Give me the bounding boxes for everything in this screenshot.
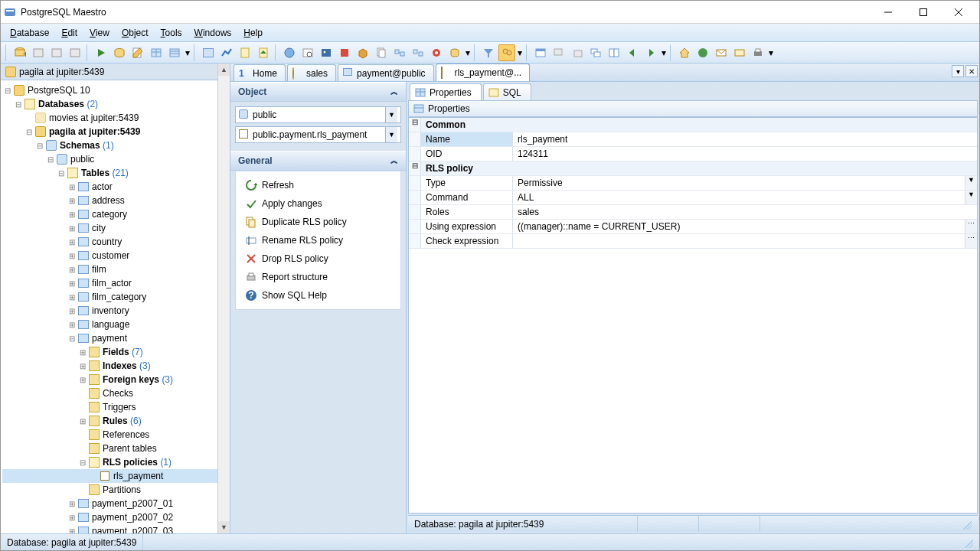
object-section-header[interactable]: Object ︽ — [230, 82, 406, 102]
tree-table[interactable]: film_actor — [92, 278, 132, 289]
menu-edit[interactable]: Edit — [55, 26, 83, 40]
toolbar-overflow-3[interactable]: ▾ — [517, 47, 523, 58]
tree-schemas[interactable]: Schemas — [60, 140, 100, 151]
toolbar-overflow-4[interactable]: ▾ — [661, 47, 667, 58]
tree-table[interactable]: payment_p2007_02 — [92, 512, 173, 523]
menu-database[interactable]: Database — [4, 26, 55, 40]
tree-table[interactable]: actor — [92, 181, 113, 192]
ellipsis-button[interactable]: ⋯ — [965, 220, 977, 233]
tree-parent[interactable]: Parent tables — [103, 443, 157, 454]
tool-mail2[interactable] — [731, 44, 748, 61]
tool-copy[interactable] — [373, 44, 390, 61]
toolbar-overflow-5[interactable]: ▾ — [768, 47, 774, 58]
tree-table[interactable]: payment_p2007_03 — [92, 526, 173, 533]
action-drop[interactable]: Drop RLS policy — [240, 249, 396, 268]
tree-table-payment[interactable]: payment — [92, 333, 127, 344]
tree-indexes[interactable]: Indexes — [103, 360, 137, 371]
tool-filter[interactable] — [480, 44, 497, 61]
tree-db-movies[interactable]: movies at jupiter:5439 — [49, 112, 139, 123]
tree-table[interactable]: customer — [92, 250, 129, 261]
action-apply[interactable]: Apply changes — [240, 194, 396, 213]
tool-world[interactable] — [694, 44, 711, 61]
tree-fkeys[interactable]: Foreign keys — [103, 374, 159, 385]
tree-table[interactable]: city — [92, 223, 106, 233]
tool-box[interactable] — [354, 44, 371, 61]
maximize-button[interactable] — [906, 2, 941, 23]
toolbar-overflow-1[interactable]: ▾ — [185, 47, 191, 58]
tool-gear[interactable] — [428, 44, 445, 61]
tool-win3[interactable] — [569, 44, 586, 61]
menu-tools[interactable]: Tools — [155, 26, 188, 40]
tool-chart[interactable] — [218, 44, 235, 61]
tab-dropdown-button[interactable]: ▾ — [952, 65, 964, 77]
tool-edit[interactable] — [129, 44, 146, 61]
dropdown-button[interactable]: ▼ — [965, 191, 977, 204]
tool-back[interactable] — [624, 44, 641, 61]
tree-triggers[interactable]: Triggers — [103, 402, 136, 412]
subtab-properties[interactable]: Properties — [410, 83, 482, 100]
tool-export[interactable] — [255, 44, 272, 61]
tree-rules[interactable]: Rules — [103, 416, 128, 426]
tool-note[interactable] — [237, 44, 253, 61]
close-button[interactable] — [941, 2, 976, 23]
menu-windows[interactable]: Windows — [188, 26, 238, 40]
tree-table[interactable]: language — [92, 319, 129, 330]
action-report[interactable]: Report structure — [240, 268, 396, 286]
menu-help[interactable]: Help — [237, 26, 269, 40]
tree-table[interactable]: payment_p2007_01 — [92, 498, 173, 509]
minimize-button[interactable] — [871, 2, 906, 23]
prop-val-check[interactable] — [513, 234, 965, 248]
tree-db-pagila[interactable]: pagila at jupiter:5439 — [49, 126, 140, 137]
action-refresh[interactable]: Refresh — [240, 176, 396, 194]
tool-globe[interactable] — [281, 44, 298, 61]
object-tree[interactable]: ⊟PostgreSQL 10 ⊟Databases (2) movies at … — [1, 80, 230, 533]
object-combo[interactable]: public.payment.rls_payment ▼ — [235, 126, 401, 143]
tree-fields[interactable]: Fields — [103, 347, 129, 357]
tool-users-active[interactable] — [498, 44, 515, 61]
db-selector-bar[interactable]: pagila at jupiter:5439 — [1, 64, 230, 80]
schema-combo[interactable]: public ▼ — [235, 106, 401, 123]
prop-val-command[interactable]: ALL — [513, 191, 965, 204]
resize-grip-icon[interactable] — [961, 519, 972, 530]
menu-view[interactable]: View — [83, 26, 116, 40]
action-duplicate[interactable]: Duplicate RLS policy — [240, 213, 396, 231]
subtab-sql[interactable]: SQL — [483, 83, 531, 100]
tree-partitions[interactable]: Partitions — [103, 484, 141, 495]
tool-fwd[interactable] — [642, 44, 659, 61]
prop-val-roles[interactable]: sales — [513, 205, 977, 219]
tool-wins2[interactable] — [606, 44, 622, 61]
prop-val-type[interactable]: Permissive — [513, 176, 965, 190]
general-section-header[interactable]: General ︽ — [230, 151, 406, 171]
tree-table[interactable]: address — [92, 195, 125, 206]
toolbar-overflow-2[interactable]: ▾ — [465, 47, 471, 58]
tree-refs[interactable]: References — [103, 429, 149, 440]
menu-object[interactable]: Object — [116, 26, 155, 40]
tree-table[interactable]: inventory — [92, 305, 129, 316]
dropdown-button[interactable]: ▼ — [965, 176, 977, 190]
tool-db-new[interactable]: + — [11, 44, 28, 61]
tool-home[interactable] — [676, 44, 693, 61]
tool-win2[interactable] — [550, 44, 567, 61]
tool-search[interactable] — [299, 44, 316, 61]
tool-sql[interactable] — [111, 44, 128, 61]
tab-close-button[interactable]: ✕ — [965, 65, 978, 77]
tree-root[interactable]: PostgreSQL 10 — [28, 85, 90, 96]
tree-rls[interactable]: RLS policies — [103, 457, 158, 468]
properties-grid[interactable]: ⊟Common Name OID124311 ⊟RLS policy TypeP… — [408, 117, 978, 514]
tool-win[interactable] — [532, 44, 549, 61]
tool-db-2[interactable] — [48, 44, 65, 61]
tab-home[interactable]: 1Home — [234, 64, 286, 81]
tool-db2[interactable] — [446, 44, 463, 61]
tree-table[interactable]: category — [92, 209, 127, 220]
tree-schema-public[interactable]: public — [70, 154, 94, 165]
tool-wins[interactable] — [587, 44, 604, 61]
tree-checks[interactable]: Checks — [103, 388, 133, 399]
tree-scrollbar[interactable]: ▲ ▼ — [217, 64, 230, 533]
tool-mail[interactable] — [713, 44, 730, 61]
tree-rls-item[interactable]: rls_payment — [113, 471, 163, 481]
tree-databases[interactable]: Databases — [38, 99, 84, 109]
prop-val-name[interactable] — [518, 134, 972, 145]
tool-db-3[interactable] — [67, 44, 83, 61]
tool-print[interactable] — [750, 44, 766, 61]
tool-grid2[interactable] — [166, 44, 183, 61]
